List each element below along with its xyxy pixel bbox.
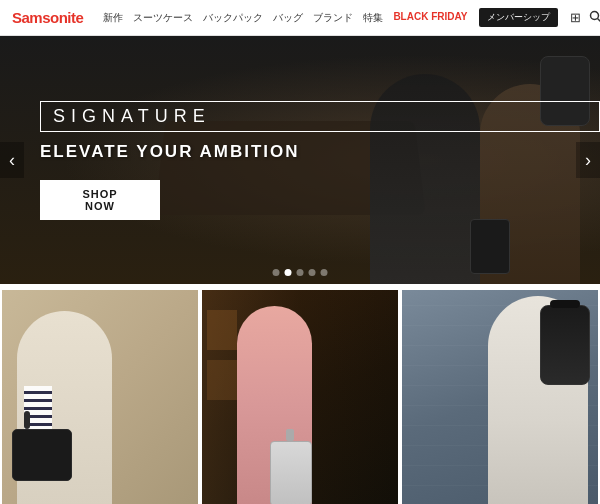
hero-next-button[interactable]: › — [576, 142, 600, 178]
product-card-bag[interactable] — [2, 290, 198, 504]
search-icon[interactable] — [589, 10, 600, 26]
hero-banner: SIGNATURE ELEVATE YOUR AMBITION SHOP NOW… — [0, 36, 600, 284]
member-button[interactable]: メンバーシップ — [479, 8, 558, 27]
logo-text-suffix: nite — [59, 9, 84, 26]
logo-text-prefix: Sams — [12, 9, 50, 26]
nav-link-suitcase[interactable]: スーツケース — [133, 11, 193, 25]
signature-text: SIGNATURE — [53, 106, 211, 126]
logo[interactable]: Samsonite — [12, 9, 83, 26]
nav-link-backpack[interactable]: バックパック — [203, 11, 263, 25]
product-card-backpack[interactable] — [402, 290, 598, 504]
main-nav: Samsonite 新作 スーツケース バックパック バッグ ブランド 特集 B… — [0, 0, 600, 36]
dot-5[interactable] — [321, 269, 328, 276]
product-card-luggage[interactable] — [202, 290, 398, 504]
dot-3[interactable] — [297, 269, 304, 276]
hero-subtitle: ELEVATE YOUR AMBITION — [40, 142, 600, 162]
hero-prev-button[interactable]: ‹ — [0, 142, 24, 178]
nav-links: 新作 スーツケース バックパック バッグ ブランド 特集 BLACK FRIDA… — [103, 11, 467, 25]
nav-icon-group: ⊞ 1 — [570, 10, 600, 26]
dot-2[interactable] — [285, 269, 292, 276]
logo-highlight: o — [50, 9, 59, 26]
nav-link-new[interactable]: 新作 — [103, 11, 123, 25]
dot-1[interactable] — [273, 269, 280, 276]
signature-box: SIGNATURE — [40, 101, 600, 132]
nav-link-brand[interactable]: ブランド — [313, 11, 353, 25]
hero-dots — [273, 269, 328, 276]
dot-4[interactable] — [309, 269, 316, 276]
product-grid — [0, 288, 600, 504]
nav-link-bag[interactable]: バッグ — [273, 11, 303, 25]
shop-now-button[interactable]: SHOP NOW — [40, 180, 160, 220]
nav-link-blackfriday[interactable]: BLACK FRIDAY — [393, 11, 467, 25]
svg-point-0 — [591, 11, 599, 19]
grid-icon[interactable]: ⊞ — [570, 10, 581, 25]
nav-link-special[interactable]: 特集 — [363, 11, 383, 25]
hero-overlay: SIGNATURE ELEVATE YOUR AMBITION SHOP NOW — [0, 36, 600, 284]
